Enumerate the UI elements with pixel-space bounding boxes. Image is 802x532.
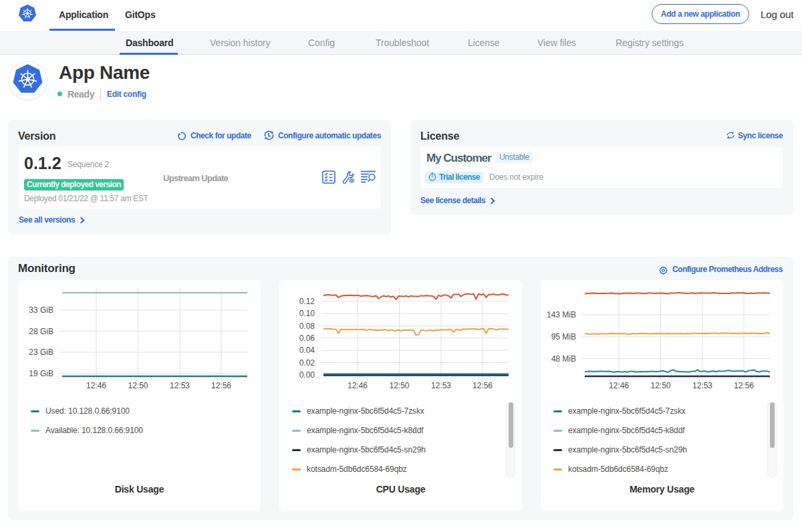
svg-text:28 GiB: 28 GiB — [29, 327, 53, 336]
svg-text:0.06: 0.06 — [299, 334, 315, 343]
svg-text:0.02: 0.02 — [299, 358, 315, 368]
svg-text:48 MiB: 48 MiB — [551, 354, 576, 364]
svg-text:12:53: 12:53 — [692, 381, 712, 390]
svg-text:12:53: 12:53 — [170, 381, 190, 390]
svg-text:0.00: 0.00 — [299, 370, 315, 380]
svg-text:12:50: 12:50 — [650, 381, 670, 390]
svg-text:0.04: 0.04 — [299, 346, 315, 355]
svg-text:0.08: 0.08 — [299, 321, 315, 331]
svg-text:12:46: 12:46 — [609, 381, 629, 390]
svg-text:12:56: 12:56 — [473, 381, 493, 390]
svg-text:12:46: 12:46 — [86, 381, 106, 390]
svg-text:12:56: 12:56 — [211, 381, 231, 390]
svg-text:12:50: 12:50 — [389, 381, 409, 390]
svg-text:143 MiB: 143 MiB — [547, 310, 576, 319]
svg-text:23 GiB: 23 GiB — [29, 348, 53, 357]
svg-text:0.12: 0.12 — [299, 297, 315, 306]
svg-text:95 MiB: 95 MiB — [551, 332, 576, 342]
svg-text:12:56: 12:56 — [734, 381, 754, 390]
svg-text:0.10: 0.10 — [299, 309, 315, 318]
svg-text:12:50: 12:50 — [128, 381, 148, 390]
svg-text:12:46: 12:46 — [348, 381, 368, 390]
svg-text:19 GiB: 19 GiB — [29, 369, 53, 378]
svg-text:12:53: 12:53 — [431, 381, 451, 390]
svg-text:33 GiB: 33 GiB — [29, 305, 53, 315]
